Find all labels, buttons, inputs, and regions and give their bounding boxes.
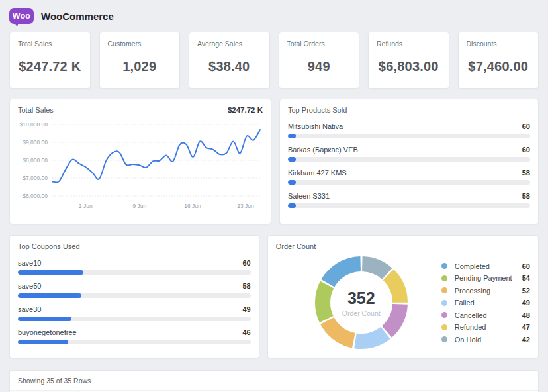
- svg-text:9 Jun: 9 Jun: [132, 203, 146, 209]
- legend-label: Cancelled: [455, 311, 522, 319]
- chart-total-value: $247.72 K: [228, 106, 263, 114]
- kpi-label: Customers: [108, 40, 172, 48]
- table-row-count-status: Showing 35 of 35 Rows: [10, 371, 538, 390]
- kpi-card-total-sales: Total Sales $247.72 K: [9, 32, 91, 89]
- coupon-value: 60: [243, 259, 251, 267]
- svg-text:$7,000.00: $7,000.00: [23, 175, 48, 181]
- progress-fill: [18, 317, 71, 321]
- order-count-panel: Order Count 352 Order Count Completed 60: [267, 235, 539, 358]
- top-coupons-panel: Top Coupons Used save10 60 save50 58: [9, 235, 259, 358]
- product-row: Mitsubishi Nativa 60: [288, 122, 530, 138]
- kpi-card-average-sales: Average Sales $38.40: [189, 32, 270, 89]
- row-coupons-orders: Top Coupons Used save10 60 save50 58: [9, 235, 539, 358]
- legend-item-failed[interactable]: Failed 49: [441, 297, 530, 309]
- total-sales-panel: Total Sales $247.72 K $10,000.00$9,000.0…: [9, 99, 271, 224]
- panel-title: Total Sales: [18, 106, 54, 114]
- woocommerce-logo-icon: Woo: [9, 8, 34, 24]
- kpi-label: Discounts: [467, 40, 531, 48]
- legend-item-pending-payment[interactable]: Pending Payment 54: [441, 272, 530, 285]
- product-row: Saleen S331 58: [288, 192, 530, 208]
- progress-track: [288, 134, 530, 138]
- top-products-list: Mitsubishi Nativa 60 Barkas (Баркас) VEB…: [288, 122, 530, 208]
- top-products-panel: Top Products Sold Mitsubishi Nativa 60 B…: [279, 99, 539, 224]
- kpi-value: 949: [287, 48, 351, 81]
- product-row: Kirkham 427 KMS 58: [288, 169, 530, 185]
- coupon-row: buyonegetonefree 46: [18, 328, 251, 344]
- product-name: Mitsubishi Nativa: [288, 122, 343, 130]
- kpi-grid: Total Sales $247.72 K Customers 1,029 Av…: [9, 32, 539, 89]
- progress-track: [18, 293, 251, 298]
- order-count-donut-chart[interactable]: 352 Order Count: [312, 253, 411, 352]
- row-charts: Total Sales $247.72 K $10,000.00$9,000.0…: [9, 99, 539, 224]
- page-title: WooCommerce: [41, 11, 114, 22]
- kpi-label: Total Sales: [18, 40, 82, 48]
- panel-title: Top Coupons Used: [18, 242, 251, 250]
- svg-text:16 Jun: 16 Jun: [184, 203, 201, 209]
- legend-value: 52: [522, 287, 530, 295]
- progress-track: [288, 180, 530, 185]
- orders-table-card: Showing 35 of 35 Rows: [9, 370, 539, 392]
- kpi-value: 1,029: [108, 48, 172, 81]
- legend-label: On Hold: [455, 336, 522, 344]
- legend-value: 42: [522, 336, 530, 344]
- dashboard-page: Woo WooCommerce Total Sales $247.72 K Cu…: [0, 0, 548, 392]
- top-coupons-list: save10 60 save50 58 save30 49: [18, 259, 251, 344]
- kpi-label: Total Orders: [287, 40, 351, 48]
- coupon-row: save50 58: [18, 282, 251, 298]
- panel-title: Order Count: [276, 242, 530, 250]
- coupon-value: 58: [243, 282, 251, 290]
- coupon-row: save30 49: [18, 305, 251, 321]
- product-name: Barkas (Баркас) VEB: [288, 146, 358, 154]
- legend-value: 54: [522, 274, 530, 282]
- legend-label: Refunded: [455, 323, 522, 331]
- kpi-label: Average Sales: [197, 40, 261, 48]
- legend-label: Failed: [455, 299, 522, 307]
- kpi-card-discounts: Discounts $7,460.00: [458, 32, 539, 89]
- svg-text:2 Jun: 2 Jun: [79, 203, 93, 209]
- svg-text:$9,000.00: $9,000.00: [23, 139, 48, 146]
- kpi-card-customers: Customers 1,029: [99, 32, 181, 89]
- legend-dot: [441, 287, 447, 293]
- progress-fill: [288, 157, 296, 162]
- legend-item-on-hold[interactable]: On Hold 42: [441, 333, 530, 346]
- logo-text: Woo: [13, 11, 30, 21]
- progress-track: [18, 317, 251, 321]
- legend-label: Completed: [455, 262, 522, 270]
- progress-fill: [18, 293, 81, 298]
- coupon-name: save10: [18, 259, 41, 267]
- kpi-card-total-orders: Total Orders 949: [279, 32, 360, 89]
- product-value: 60: [522, 122, 530, 130]
- kpi-value: $7,460.00: [467, 48, 531, 81]
- donut-svg: [312, 253, 411, 352]
- panel-title: Top Products Sold: [288, 106, 530, 114]
- kpi-value: $247.72 K: [18, 48, 82, 81]
- legend-item-cancelled[interactable]: Cancelled 48: [441, 309, 530, 321]
- legend-dot: [441, 275, 447, 281]
- kpi-value: $6,803.00: [377, 48, 441, 81]
- kpi-value: $38.40: [197, 48, 261, 81]
- donut-legend: Completed 60 Pending Payment 54 Processi…: [441, 260, 530, 346]
- progress-track: [288, 157, 530, 162]
- product-value: 60: [522, 146, 530, 154]
- legend-item-refunded[interactable]: Refunded 47: [441, 321, 530, 334]
- legend-dot: [441, 324, 447, 330]
- progress-track: [288, 203, 530, 208]
- svg-text:$10,000.00: $10,000.00: [19, 121, 48, 128]
- legend-value: 47: [522, 323, 530, 331]
- legend-dot: [441, 263, 447, 269]
- product-value: 58: [522, 192, 530, 200]
- legend-dot: [441, 312, 447, 318]
- coupon-name: buyonegetonefree: [18, 328, 77, 336]
- legend-item-processing[interactable]: Processing 52: [441, 284, 530, 297]
- app-header: Woo WooCommerce: [9, 5, 539, 26]
- legend-label: Processing: [455, 287, 522, 295]
- progress-fill: [288, 134, 296, 138]
- legend-dot: [441, 300, 447, 306]
- coupon-value: 46: [243, 328, 251, 336]
- total-sales-line-chart[interactable]: $10,000.00$9,000.00$8,000.00$7,000.00$6,…: [18, 119, 263, 213]
- legend-item-completed[interactable]: Completed 60: [441, 260, 530, 272]
- coupon-row: save10 60: [18, 259, 251, 275]
- kpi-label: Refunds: [377, 40, 441, 48]
- coupon-name: save30: [18, 305, 41, 313]
- product-name: Saleen S331: [288, 192, 330, 200]
